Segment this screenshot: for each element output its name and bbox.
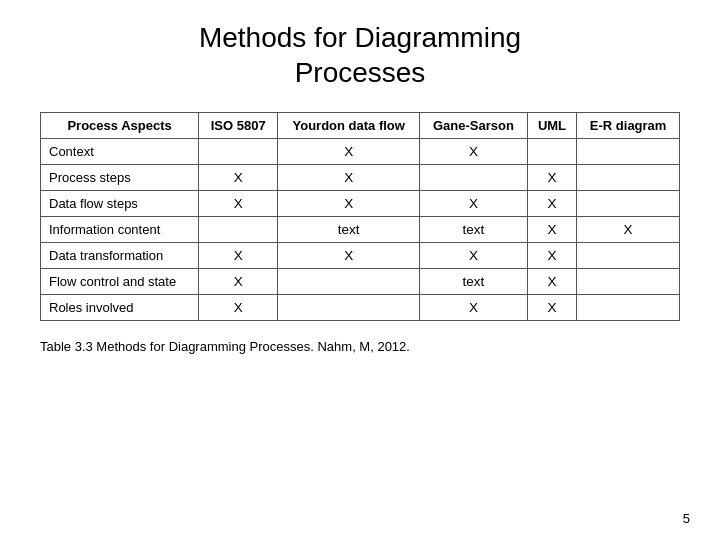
table-caption: Table 3.3 Methods for Diagramming Proces… [40, 339, 410, 354]
cell-1-yourdon: X [278, 165, 420, 191]
cell-5-aspect: Flow control and state [41, 269, 199, 295]
cell-5-gane: text [420, 269, 527, 295]
cell-6-yourdon [278, 295, 420, 321]
cell-6-iso: X [199, 295, 278, 321]
cell-3-yourdon: text [278, 217, 420, 243]
table-row: Data transformationXXXX [41, 243, 680, 269]
cell-1-uml: X [527, 165, 577, 191]
cell-2-iso: X [199, 191, 278, 217]
cell-2-gane: X [420, 191, 527, 217]
cell-4-iso: X [199, 243, 278, 269]
col-header-uml: UML [527, 113, 577, 139]
cell-6-gane: X [420, 295, 527, 321]
col-header-er: E-R diagram [577, 113, 680, 139]
cell-3-aspect: Information content [41, 217, 199, 243]
cell-4-gane: X [420, 243, 527, 269]
cell-0-iso [199, 139, 278, 165]
table-row: Information contenttexttextXX [41, 217, 680, 243]
cell-3-uml: X [527, 217, 577, 243]
col-header-aspect: Process Aspects [41, 113, 199, 139]
page-title: Methods for Diagramming Processes [199, 20, 521, 90]
cell-0-er [577, 139, 680, 165]
cell-3-iso [199, 217, 278, 243]
cell-5-er [577, 269, 680, 295]
col-header-gane: Gane-Sarson [420, 113, 527, 139]
cell-6-aspect: Roles involved [41, 295, 199, 321]
cell-3-gane: text [420, 217, 527, 243]
cell-5-uml: X [527, 269, 577, 295]
col-header-yourdon: Yourdon data flow [278, 113, 420, 139]
table-row: Data flow stepsXXXX [41, 191, 680, 217]
page-number: 5 [683, 511, 690, 526]
cell-5-yourdon [278, 269, 420, 295]
cell-1-aspect: Process steps [41, 165, 199, 191]
cell-1-gane [420, 165, 527, 191]
col-header-iso: ISO 5807 [199, 113, 278, 139]
cell-1-er [577, 165, 680, 191]
methods-table: Process Aspects ISO 5807 Yourdon data fl… [40, 112, 680, 321]
cell-6-er [577, 295, 680, 321]
table-row: Flow control and stateXtextX [41, 269, 680, 295]
cell-4-yourdon: X [278, 243, 420, 269]
cell-1-iso: X [199, 165, 278, 191]
table-wrapper: Process Aspects ISO 5807 Yourdon data fl… [40, 112, 680, 321]
cell-2-uml: X [527, 191, 577, 217]
cell-5-iso: X [199, 269, 278, 295]
cell-2-yourdon: X [278, 191, 420, 217]
cell-0-aspect: Context [41, 139, 199, 165]
table-row: ContextXX [41, 139, 680, 165]
cell-2-aspect: Data flow steps [41, 191, 199, 217]
table-row: Roles involvedXXX [41, 295, 680, 321]
cell-0-uml [527, 139, 577, 165]
cell-6-uml: X [527, 295, 577, 321]
cell-3-er: X [577, 217, 680, 243]
page: Methods for Diagramming Processes Proces… [0, 0, 720, 540]
table-row: Process stepsXXX [41, 165, 680, 191]
cell-0-gane: X [420, 139, 527, 165]
cell-4-er [577, 243, 680, 269]
cell-4-uml: X [527, 243, 577, 269]
cell-2-er [577, 191, 680, 217]
cell-4-aspect: Data transformation [41, 243, 199, 269]
cell-0-yourdon: X [278, 139, 420, 165]
